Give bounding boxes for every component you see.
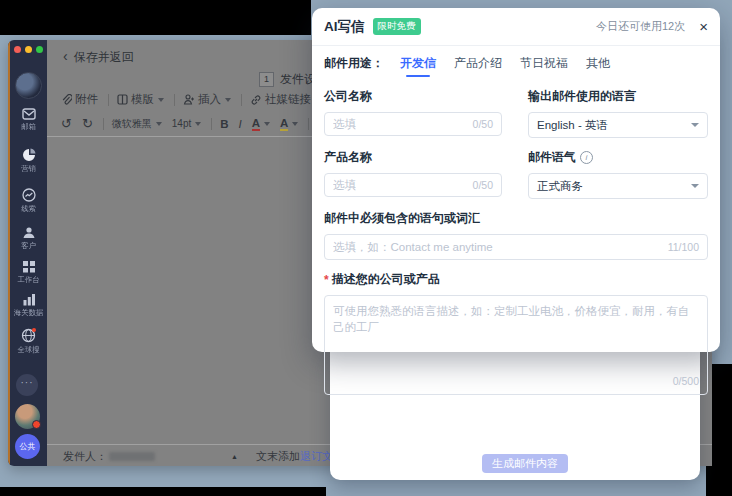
redo-button[interactable]: ↻ — [82, 116, 93, 131]
product-name-input[interactable]: 选填 0/50 — [324, 173, 502, 197]
public-badge[interactable]: 公共 — [15, 434, 40, 459]
sender-label: 发件人： — [63, 449, 107, 464]
marketing-icon — [22, 148, 36, 162]
workbench-icon — [22, 260, 36, 273]
customers-icon — [22, 226, 36, 239]
must-include-input[interactable]: 选填，如：Contact me anytime 11/100 — [324, 234, 708, 260]
notification-dot — [32, 420, 41, 429]
window-close-button[interactable] — [14, 46, 21, 53]
collapse-caret-icon[interactable]: ▲ — [231, 453, 238, 460]
close-icon[interactable]: × — [699, 19, 708, 34]
chevron-down-icon — [292, 122, 298, 126]
step-number: 1 — [259, 72, 274, 87]
ai-write-form: 公司名称 选填 0/50 输出邮件使用的语言 English - 英语 — [312, 77, 720, 395]
leads-icon — [22, 188, 36, 202]
insert-button[interactable]: 插入 — [183, 92, 231, 107]
screen: 邮箱 营销 线索 客户 — [0, 0, 732, 496]
undo-button[interactable]: ↺ — [61, 116, 72, 131]
description-label: * 描述您的公司或产品 — [324, 271, 708, 288]
font-color-button[interactable]: A — [252, 117, 270, 131]
desktop-black-region-top — [0, 0, 311, 35]
generate-email-button[interactable]: 生成邮件内容 — [482, 454, 568, 473]
output-language-label: 输出邮件使用的语言 — [528, 88, 708, 105]
sender-address-redacted — [109, 452, 155, 461]
output-language-select[interactable]: English - 英语 — [528, 112, 708, 138]
desktop-black-region-bottom — [0, 487, 326, 496]
purpose-label: 邮件用途： — [324, 55, 384, 72]
company-name-input[interactable]: 选填 0/50 — [324, 112, 502, 136]
sidebar-item-leads[interactable]: 线索 — [10, 188, 47, 213]
chevron-down-icon — [691, 123, 699, 127]
limited-free-badge: 限时免费 — [373, 18, 421, 35]
global-search-icon — [21, 328, 36, 343]
chevron-down-icon — [195, 122, 201, 126]
mail-icon — [22, 108, 36, 120]
window-zoom-button[interactable] — [36, 46, 43, 53]
chevron-down-icon — [264, 122, 270, 126]
must-include-placeholder: 选填，如：Contact me anytime — [333, 240, 493, 255]
description-counter: 0/500 — [673, 373, 699, 389]
product-name-label: 产品名称 — [324, 149, 502, 166]
tab-development-letter[interactable]: 开发信 — [400, 55, 436, 77]
workspace-avatar[interactable] — [15, 72, 42, 99]
description-textarea[interactable]: 可使用您熟悉的语言描述，如：定制工业电池，价格便宜，耐用，有自己的工厂 0/50… — [324, 295, 708, 395]
insert-person-icon — [183, 94, 195, 105]
output-language-value: English - 英语 — [537, 118, 608, 133]
must-include-counter: 11/100 — [662, 241, 699, 253]
window-minimize-button[interactable] — [25, 46, 32, 53]
sidebar-item-global-search[interactable]: 全球搜 — [10, 328, 47, 354]
bold-button[interactable]: B — [220, 118, 228, 130]
chevron-down-icon — [691, 184, 699, 188]
sidebar-item-mail[interactable]: 邮箱 — [10, 108, 47, 131]
highlight-color-button[interactable]: A — [280, 117, 298, 131]
email-tone-label: 邮件语气 i — [528, 149, 708, 166]
ai-write-modal: AI写信 限时免费 今日还可使用12次 × 邮件用途： 开发信 产品介绍 节日祝… — [312, 8, 720, 352]
sidebar-more-button[interactable]: ··· — [16, 374, 38, 396]
product-name-placeholder: 选填 — [333, 178, 356, 193]
chevron-down-icon — [225, 98, 231, 102]
italic-button[interactable]: I — [239, 118, 242, 130]
tab-other[interactable]: 其他 — [586, 55, 610, 77]
required-asterisk: * — [324, 273, 329, 287]
email-tone-value: 正式商务 — [537, 179, 583, 194]
email-tone-select[interactable]: 正式商务 — [528, 173, 708, 199]
template-icon — [117, 94, 128, 105]
font-size-select[interactable]: 14pt — [172, 118, 201, 129]
tab-product-intro[interactable]: 产品介绍 — [454, 55, 502, 77]
company-name-label: 公司名称 — [324, 88, 502, 105]
must-include-label: 邮件中必须包含的语句或词汇 — [324, 210, 708, 227]
sidebar-item-customs-data[interactable]: 海关数据 — [10, 293, 47, 317]
company-name-counter: 0/50 — [467, 118, 493, 130]
sidebar-item-customers[interactable]: 客户 — [10, 226, 47, 250]
customs-data-icon — [22, 293, 36, 306]
daily-quota-text: 今日还可使用12次 — [596, 19, 685, 34]
back-chevron-icon: ‹ — [63, 48, 68, 64]
company-name-placeholder: 选填 — [333, 117, 356, 132]
link-icon — [250, 94, 262, 106]
save-and-return-button[interactable]: ‹保存并返回 — [63, 48, 134, 66]
chevron-down-icon — [156, 122, 162, 126]
font-family-select[interactable]: 微软雅黑 — [112, 117, 162, 131]
description-placeholder: 可使用您熟悉的语言描述，如：定制工业电池，价格便宜，耐用，有自己的工厂 — [333, 303, 699, 335]
paperclip-icon — [61, 94, 72, 106]
email-purpose-tabs: 邮件用途： 开发信 产品介绍 节日祝福 其他 — [312, 46, 720, 77]
modal-header: AI写信 限时免费 今日还可使用12次 × — [312, 8, 720, 46]
sidebar-item-marketing[interactable]: 营销 — [10, 148, 47, 173]
social-link-button[interactable]: 社媒链接 — [250, 92, 311, 107]
info-icon[interactable]: i — [580, 151, 593, 164]
chevron-down-icon — [158, 98, 164, 102]
sidebar: 邮箱 营销 线索 客户 — [8, 40, 47, 466]
product-name-counter: 0/50 — [467, 179, 493, 191]
attachment-button[interactable]: 附件 — [61, 92, 98, 107]
template-button[interactable]: 模版 — [117, 92, 164, 107]
tab-holiday-greeting[interactable]: 节日祝福 — [520, 55, 568, 77]
sidebar-item-workbench[interactable]: 工作台 — [10, 260, 47, 284]
modal-title: AI写信 — [324, 18, 365, 36]
user-avatar[interactable] — [15, 404, 40, 429]
